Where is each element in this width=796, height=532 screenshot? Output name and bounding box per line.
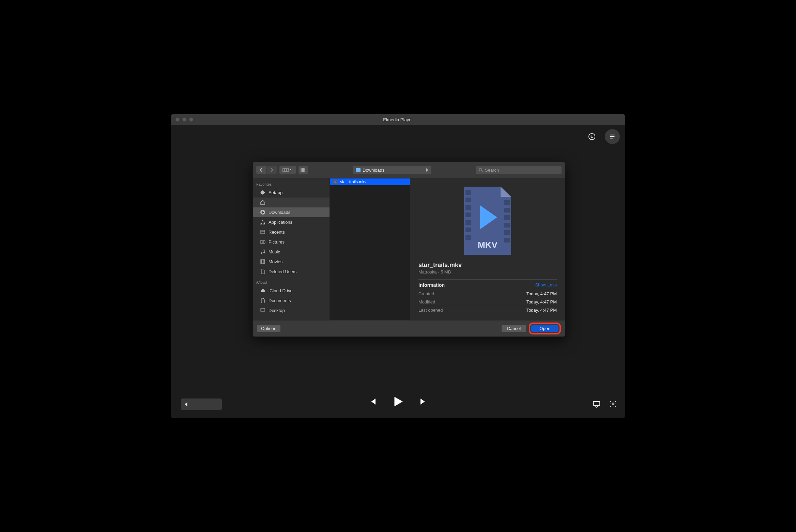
sidebar-item-icloud-drive[interactable]: iCloud Drive — [253, 286, 330, 296]
skip-previous-icon — [367, 396, 377, 407]
sidebar-item-label: Pictures — [269, 239, 285, 245]
doc-icon — [260, 269, 266, 274]
downloads-button[interactable] — [584, 129, 599, 144]
info-row: Last openedToday, 4:47 PM — [418, 306, 557, 314]
dialog-footer: Options Cancel Open — [253, 320, 565, 337]
documents-icon — [260, 298, 266, 303]
svg-rect-19 — [465, 205, 471, 210]
airplay-button[interactable] — [593, 400, 601, 409]
preview-subtitle: Matroska - 5 MB — [418, 269, 557, 275]
svg-rect-29 — [504, 238, 510, 242]
next-button[interactable] — [419, 396, 429, 408]
sidebar-item-downloads[interactable]: Downloads — [253, 207, 330, 217]
svg-rect-2 — [285, 168, 286, 172]
svg-rect-26 — [504, 215, 510, 220]
camera-icon — [260, 239, 266, 245]
group-icon — [301, 168, 306, 172]
sidebar-item-label: Applications — [269, 220, 292, 225]
playlist-icon — [609, 133, 616, 140]
playlist-button[interactable] — [605, 129, 620, 144]
sidebar-item-pictures[interactable]: Pictures — [253, 237, 330, 247]
sidebar-item-label: Music — [269, 249, 280, 254]
sidebar-item-label: Movies — [269, 259, 282, 264]
sidebar-item-music[interactable]: Music — [253, 247, 330, 257]
columns-icon — [282, 168, 289, 172]
sidebar-section-label: Favorites — [253, 178, 330, 188]
svg-rect-21 — [465, 220, 471, 225]
dialog-toolbar: Downloads ▲▼ Search — [253, 162, 565, 178]
preview-file-icon: MKV — [461, 187, 514, 255]
app-window: Elmedia Player — [170, 113, 626, 419]
download-circle-icon — [588, 133, 596, 140]
sidebar-item-documents[interactable]: Documents — [253, 296, 330, 306]
svg-point-13 — [261, 252, 262, 254]
file-row[interactable]: ▶star_trails.mkv — [330, 178, 410, 185]
svg-rect-1 — [283, 168, 284, 172]
cancel-button[interactable]: Cancel — [502, 325, 526, 332]
sidebar-item-setapp[interactable]: Setapp — [253, 188, 330, 198]
svg-point-14 — [263, 252, 265, 253]
download-icon — [260, 209, 266, 215]
svg-rect-5 — [303, 168, 305, 170]
preview-panel: MKV star_trails.mkv Matroska - 5 MB Info… — [410, 178, 565, 320]
svg-rect-27 — [504, 223, 510, 228]
svg-point-8 — [479, 168, 482, 171]
location-dropdown[interactable]: Downloads ▲▼ — [353, 166, 431, 174]
chevron-down-icon — [290, 169, 293, 171]
show-less-link[interactable]: Show Less — [535, 282, 557, 287]
sidebar-item-desktop[interactable]: Desktop — [253, 306, 330, 315]
svg-rect-16 — [261, 309, 265, 311]
sidebar-item-deleted-users[interactable]: Deleted Users — [253, 267, 330, 277]
svg-rect-10 — [261, 230, 265, 234]
info-heading: Information — [418, 282, 445, 288]
play-icon — [391, 394, 405, 409]
previous-button[interactable] — [367, 396, 377, 408]
info-row: CreatedToday, 4:47 PM — [418, 290, 557, 298]
preview-icon-label: MKV — [478, 240, 497, 250]
sidebar-item-label: Recents — [269, 230, 285, 235]
skip-next-icon — [419, 396, 429, 407]
open-button[interactable]: Open — [531, 325, 558, 332]
svg-point-30 — [612, 403, 614, 405]
search-field[interactable]: Search — [476, 166, 562, 174]
svg-rect-17 — [465, 190, 471, 195]
top-controls — [584, 129, 620, 144]
view-mode-button[interactable] — [279, 166, 296, 174]
chevron-left-icon — [260, 168, 263, 172]
sidebar-item-home[interactable] — [253, 198, 330, 207]
info-value: Today, 4:47 PM — [526, 308, 557, 313]
gear-icon — [609, 400, 617, 408]
updown-icon: ▲▼ — [425, 168, 428, 172]
info-row: ModifiedToday, 4:47 PM — [418, 298, 557, 306]
sidebar-item-movies[interactable]: Movies — [253, 257, 330, 267]
svg-rect-4 — [301, 168, 303, 170]
options-button[interactable]: Options — [257, 325, 280, 332]
svg-rect-7 — [303, 170, 305, 172]
file-name: star_trails.mkv — [340, 179, 366, 184]
sidebar-item-recents[interactable]: Recents — [253, 227, 330, 237]
open-file-dialog: Downloads ▲▼ Search FavoritesSetappDownl… — [252, 162, 565, 337]
svg-rect-20 — [465, 213, 471, 217]
svg-rect-6 — [301, 170, 303, 172]
back-button[interactable] — [256, 166, 266, 174]
svg-rect-22 — [465, 228, 471, 232]
svg-rect-23 — [465, 235, 471, 240]
dialog-sidebar: FavoritesSetappDownloadsApplicationsRece… — [253, 178, 330, 320]
settings-button[interactable] — [609, 400, 617, 409]
chevron-right-icon — [270, 168, 273, 172]
play-button[interactable] — [391, 394, 405, 410]
group-button[interactable] — [298, 166, 308, 174]
file-column: ▶star_trails.mkv — [330, 178, 410, 320]
open-button-highlight: Open — [529, 323, 561, 334]
desktop-icon — [260, 308, 266, 313]
forward-button[interactable] — [266, 166, 277, 174]
sidebar-item-applications[interactable]: Applications — [253, 217, 330, 227]
search-icon — [479, 168, 483, 172]
svg-rect-3 — [287, 168, 288, 172]
svg-rect-25 — [504, 208, 510, 213]
playback-controls — [171, 394, 625, 410]
folder-icon — [356, 168, 361, 172]
film-icon — [260, 259, 266, 264]
sidebar-item-label: Desktop — [269, 308, 285, 313]
info-key: Modified — [418, 299, 435, 304]
